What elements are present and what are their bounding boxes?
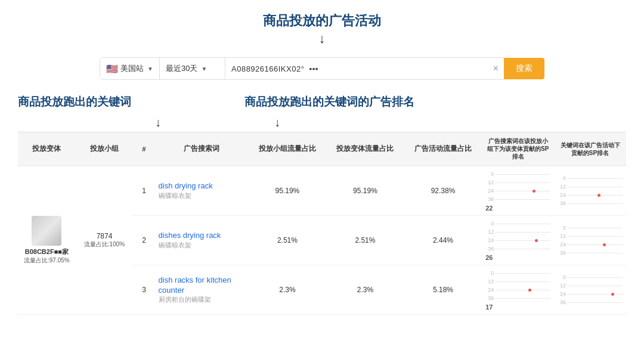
keyword-cn: 厨房柜台的碗碟架 <box>159 295 245 304</box>
page-wrapper: 商品投放的广告活动 ↓ 🇺🇸 美国站 ▼ 最近30天 ▼ × 搜索 商品投放跑出… <box>0 0 644 327</box>
product-cell: B08CB2F■■家 流量占比:97.05% <box>18 166 76 315</box>
left-arrow-icon: ↓ <box>155 116 161 129</box>
keyword-link[interactable]: dish racks for kitchen counter <box>159 275 245 296</box>
variant-traffic-pct: 2.51% <box>326 216 404 265</box>
keyword-link[interactable]: dishes drying rack <box>159 231 245 241</box>
variant-traffic-pct: 2.3% <box>326 265 404 315</box>
sp-group-chart: 0 12 24 36 17 <box>482 265 554 315</box>
campaign-traffic-pct: 2.44% <box>404 216 482 265</box>
right-section-title: 商品投放跑出的关键词的广告排名 <box>244 94 626 110</box>
main-table: 投放变体 投放小组 # 广告搜索词 投放小组流量占比 投放变体流量占比 广告活动… <box>18 132 626 315</box>
th-sp-group: 广告搜索词在该投放小组下为该变体贡献的SP排名 <box>482 132 554 166</box>
keyword-cn: 碗碟晾衣架 <box>159 191 245 200</box>
group-traffic-pct: 2.51% <box>249 216 327 265</box>
product-image <box>32 216 61 246</box>
site-label: 美国站 <box>120 63 144 74</box>
th-num: # <box>133 132 154 166</box>
search-bar-inner: 🇺🇸 美国站 ▼ 最近30天 ▼ × <box>100 57 505 80</box>
row-num: 1 <box>133 166 154 216</box>
date-chevron-icon: ▼ <box>201 66 207 72</box>
arrow-row: ↓ ↓ <box>18 116 626 129</box>
site-chevron-icon: ▼ <box>147 66 153 72</box>
keyword-cell: dish drying rack 碗碟晾衣架 <box>155 166 249 216</box>
left-section-title: 商品投放跑出的关键词 <box>18 94 244 110</box>
group-cell: 7874 流量占比:100% <box>76 166 134 315</box>
date-label: 最近30天 <box>166 63 197 74</box>
sp-group-chart: 0 12 24 36 22 <box>482 166 554 216</box>
top-title-area: 商品投放的广告活动 ↓ <box>18 12 626 47</box>
th-sp-campaign: 关键词在该广告活动下贡献的SP排名 <box>554 132 626 166</box>
keyword-cell: dishes drying rack 碗碟晾衣架 <box>155 216 249 265</box>
date-select[interactable]: 最近30天 ▼ <box>160 58 225 79</box>
flag-icon: 🇺🇸 <box>106 63 118 75</box>
search-button[interactable]: 搜索 <box>504 58 544 79</box>
product-traffic: 流量占比:97.05% <box>21 256 72 265</box>
keyword-cn: 碗碟晾衣架 <box>159 241 245 250</box>
keyword-cell: dish racks for kitchen counter 厨房柜台的碗碟架 <box>155 265 249 315</box>
group-traffic-pct: 95.19% <box>249 166 327 216</box>
variant-traffic-pct: 95.19% <box>326 166 404 216</box>
sp-campaign-chart: 0 12 24 36 <box>554 216 626 265</box>
top-title: 商品投放的广告活动 <box>18 12 626 30</box>
group-traffic-pct: 2.3% <box>249 265 327 315</box>
row-num: 3 <box>133 265 154 315</box>
th-keyword: 广告搜索词 <box>155 132 249 166</box>
th-group-traffic: 投放小组流量占比 <box>249 132 327 166</box>
th-product: 投放变体 <box>18 132 76 166</box>
search-input[interactable] <box>225 58 487 79</box>
site-select[interactable]: 🇺🇸 美国站 ▼ <box>100 58 160 79</box>
right-arrow-icon: ↓ <box>274 116 280 129</box>
campaign-traffic-pct: 5.18% <box>404 265 482 315</box>
row-num: 2 <box>133 216 154 265</box>
clear-button[interactable]: × <box>487 58 504 79</box>
right-arrow-area: ↓ <box>244 116 626 129</box>
th-campaign-traffic: 广告活动流量占比 <box>404 132 482 166</box>
group-id: 7874 <box>97 232 113 240</box>
top-arrow: ↓ <box>319 31 326 47</box>
campaign-traffic-pct: 92.38% <box>404 166 482 216</box>
sections-row: 商品投放跑出的关键词 商品投放跑出的关键词的广告排名 <box>18 94 626 110</box>
th-group: 投放小组 <box>76 132 134 166</box>
group-traffic: 流量占比:100% <box>79 240 130 249</box>
sp-campaign-chart: 0 12 24 36 <box>554 166 626 216</box>
product-id: B08CB2F■■家 <box>21 247 72 256</box>
sp-campaign-chart: 0 12 24 36 <box>554 265 626 315</box>
keyword-link[interactable]: dish drying rack <box>159 181 245 191</box>
th-variant-traffic: 投放变体流量占比 <box>326 132 404 166</box>
search-bar: 🇺🇸 美国站 ▼ 最近30天 ▼ × 搜索 <box>18 57 626 80</box>
left-arrow-area: ↓ <box>18 116 244 129</box>
sp-group-chart: 0 12 24 36 26 <box>482 216 554 265</box>
